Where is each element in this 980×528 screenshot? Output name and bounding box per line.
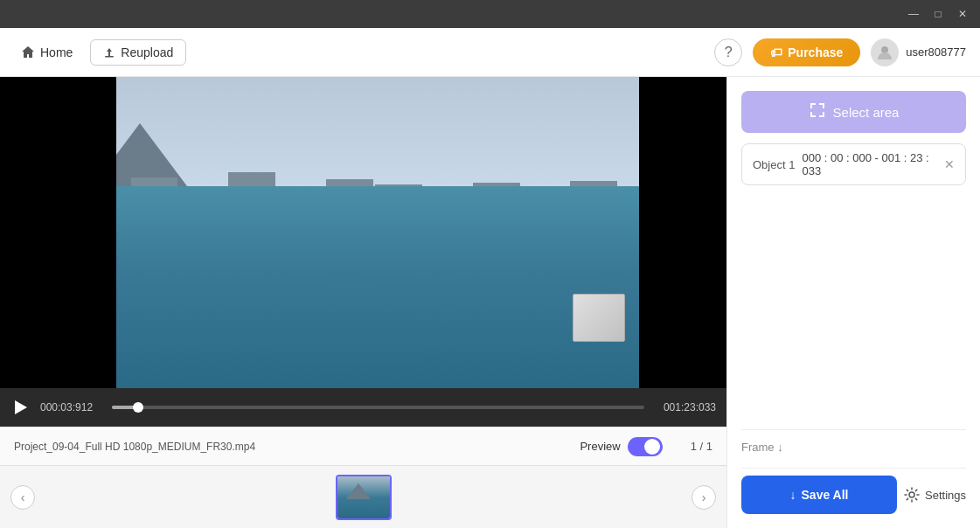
select-area-button[interactable]: Select area — [741, 91, 966, 133]
toggle-knob — [644, 439, 660, 455]
svg-point-1 — [881, 46, 888, 53]
settings-label: Settings — [925, 489, 966, 502]
progress-bar[interactable] — [112, 406, 644, 409]
close-button[interactable]: ✕ — [952, 5, 973, 23]
reupload-label: Reupload — [121, 45, 173, 59]
info-bar: Project_09-04_Full HD 1080p_MEDIUM_FR30.… — [0, 427, 726, 465]
home-icon — [21, 45, 35, 59]
thumbnail-area — [42, 475, 685, 520]
help-button[interactable]: ? — [714, 38, 742, 66]
selection-icon — [809, 101, 826, 119]
purchase-button[interactable]: 🏷 Purchase — [753, 38, 860, 66]
avatar — [871, 38, 899, 66]
object-time: 000 : 00 : 000 - 001 : 23 : 033 — [802, 151, 937, 177]
settings-icon — [904, 487, 920, 503]
preview-label: Preview — [580, 440, 620, 453]
svg-rect-9 — [823, 112, 824, 117]
progress-handle[interactable] — [133, 402, 143, 413]
avatar-icon — [876, 44, 893, 61]
frame-label: Frame ↓ — [741, 441, 966, 454]
play-button[interactable] — [10, 397, 31, 418]
object-highlight-box — [573, 294, 625, 342]
content-area: 000:03:912 001:23:033 Project_09-04_Full… — [0, 77, 980, 528]
titlebar: — □ ✕ — [0, 0, 980, 28]
panel-spacer — [741, 196, 966, 419]
app-container: Home Reupload ? 🏷 Purchase user808777 — [0, 28, 980, 528]
home-button[interactable]: Home — [14, 42, 80, 63]
svg-rect-7 — [823, 103, 824, 108]
video-player[interactable] — [0, 77, 726, 388]
svg-point-10 — [909, 492, 914, 497]
upload-icon — [103, 46, 115, 59]
panel-actions: ↓ Save All Settings — [741, 468, 966, 514]
reupload-button[interactable]: Reupload — [90, 39, 186, 66]
frame-section: Frame ↓ — [741, 429, 966, 457]
controls-bar: 000:03:912 001:23:033 — [0, 388, 726, 427]
left-letterbox — [0, 77, 116, 388]
page-info: 1 / 1 — [691, 440, 712, 453]
select-area-label: Select area — [833, 105, 900, 120]
object-label: Object 1 — [753, 158, 795, 171]
user-info: user808777 — [871, 38, 966, 66]
preview-section: Preview — [580, 437, 662, 456]
right-letterbox — [639, 77, 726, 388]
thumbnail-item[interactable] — [336, 475, 392, 520]
thumbnail-mountain — [346, 483, 371, 499]
prev-thumbnail-button[interactable]: ‹ — [10, 485, 35, 510]
object-item-1: Object 1 000 : 00 : 000 - 001 : 23 : 033… — [741, 143, 966, 185]
current-time-display: 000:03:912 — [40, 401, 103, 413]
svg-rect-0 — [105, 56, 114, 58]
minimize-button[interactable]: — — [903, 5, 924, 23]
video-section: 000:03:912 001:23:033 Project_09-04_Full… — [0, 77, 726, 528]
svg-rect-8 — [810, 112, 812, 117]
object-close-button[interactable]: ✕ — [944, 157, 955, 171]
thumbnail-strip: ‹ › — [0, 465, 726, 528]
username-label: user808777 — [906, 45, 966, 59]
video-scene — [0, 77, 726, 388]
right-panel: Select area Object 1 000 : 00 : 000 - 00… — [726, 77, 980, 528]
preview-toggle[interactable] — [628, 437, 663, 456]
save-all-button[interactable]: ↓ Save All — [741, 476, 897, 514]
play-icon — [15, 400, 27, 414]
filename-label: Project_09-04_Full HD 1080p_MEDIUM_FR30.… — [14, 441, 255, 453]
save-icon: ↓ — [790, 488, 796, 502]
thumbnail-scene — [337, 476, 390, 518]
next-thumbnail-button[interactable]: › — [692, 485, 716, 510]
settings-button[interactable]: Settings — [904, 476, 966, 514]
toolbar: Home Reupload ? 🏷 Purchase user808777 — [0, 28, 980, 77]
home-label: Home — [40, 45, 73, 59]
total-time-display: 001:23:033 — [653, 401, 716, 413]
purchase-label: Purchase — [788, 45, 843, 59]
save-all-label: Save All — [802, 488, 849, 502]
help-icon: ? — [725, 45, 733, 60]
svg-rect-6 — [810, 103, 812, 108]
select-area-icon — [809, 101, 826, 123]
purchase-icon: 🏷 — [770, 45, 782, 59]
maximize-button[interactable]: □ — [928, 5, 949, 23]
